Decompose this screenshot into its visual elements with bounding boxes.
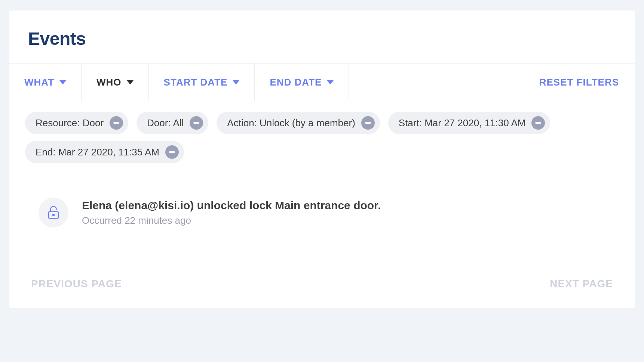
filter-tab-who-label: WHO <box>96 77 122 88</box>
remove-chip-button[interactable] <box>165 145 179 159</box>
chevron-down-icon <box>59 80 66 84</box>
chevron-down-icon <box>127 80 134 84</box>
active-filter-chips: Resource: Door Door: All Action: Unlock … <box>9 101 635 167</box>
filter-chip: Action: Unlock (by a member) <box>217 112 380 134</box>
chevron-down-icon <box>327 80 334 84</box>
page-title: Events <box>28 28 616 49</box>
filter-tab-start-date[interactable]: START DATE <box>149 64 255 101</box>
filter-chip-label: End: Mar 27 2020, 11:35 AM <box>36 146 159 158</box>
events-card: Events WHAT WHO START DATE END DATE <box>9 10 635 308</box>
remove-chip-button[interactable] <box>531 116 545 130</box>
filter-chip: Resource: Door <box>25 112 128 134</box>
unlock-icon <box>39 198 68 228</box>
filter-tab-end-date[interactable]: END DATE <box>255 64 349 101</box>
event-item: Elena (elena@kisi.io) unlocked lock Main… <box>39 198 612 228</box>
remove-chip-button[interactable] <box>110 116 123 130</box>
event-title: Elena (elena@kisi.io) unlocked lock Main… <box>82 199 381 212</box>
filter-chip-label: Action: Unlock (by a member) <box>227 117 355 129</box>
filter-chip-label: Resource: Door <box>36 117 104 129</box>
filter-tab-who[interactable]: WHO <box>82 64 149 101</box>
filter-tab-what-label: WHAT <box>24 77 54 88</box>
filter-tab-what[interactable]: WHAT <box>9 64 82 101</box>
filter-chip-label: Start: Mar 27 2020, 11:30 AM <box>399 117 526 129</box>
filter-chip: Start: Mar 27 2020, 11:30 AM <box>388 112 551 134</box>
filter-row-spacer <box>349 64 523 101</box>
filter-tab-end-date-label: END DATE <box>270 77 322 88</box>
svg-point-1 <box>53 214 54 216</box>
chevron-down-icon <box>233 80 239 84</box>
remove-chip-button[interactable] <box>190 116 203 130</box>
previous-page-button[interactable]: PREVIOUS PAGE <box>31 278 122 290</box>
reset-filters-label: RESET FILTERS <box>539 77 619 88</box>
filter-tabs-row: WHAT WHO START DATE END DATE RESET <box>9 63 635 101</box>
event-list: Elena (elena@kisi.io) unlocked lock Main… <box>9 167 635 262</box>
filter-chip: Door: All <box>137 112 208 134</box>
event-text: Elena (elena@kisi.io) unlocked lock Main… <box>82 199 381 226</box>
pagination-bar: PREVIOUS PAGE NEXT PAGE <box>9 262 635 308</box>
filter-tab-start-date-label: START DATE <box>164 77 228 88</box>
event-timestamp: Occurred 22 minutes ago <box>82 215 381 226</box>
reset-filters-button[interactable]: RESET FILTERS <box>524 64 635 101</box>
card-header: Events <box>9 10 635 63</box>
remove-chip-button[interactable] <box>361 116 375 130</box>
filter-chip: End: Mar 27 2020, 11:35 AM <box>25 141 184 163</box>
filter-chip-label: Door: All <box>147 117 184 129</box>
next-page-button[interactable]: NEXT PAGE <box>550 278 613 290</box>
